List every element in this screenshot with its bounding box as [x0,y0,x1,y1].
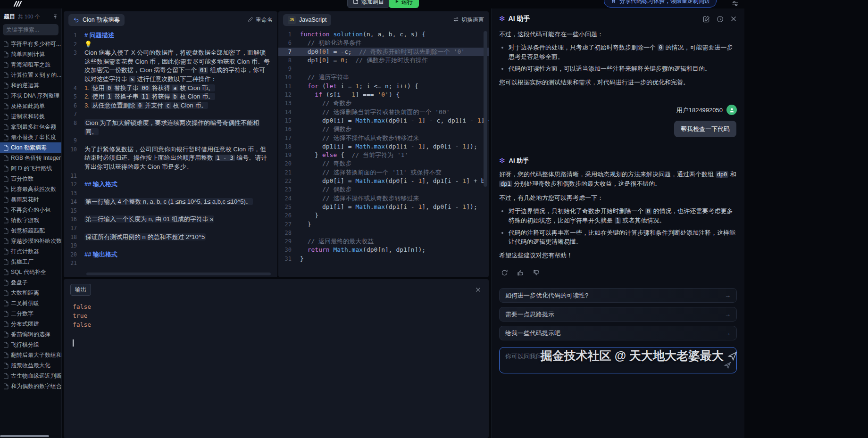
sidebar-item-label: 比赛最高获胜次数 [11,185,56,193]
collapse-sidebar-icon[interactable] [53,14,58,19]
editor-scrollbar[interactable] [484,31,487,187]
sidebar-item[interactable]: 飞行棋分组 [0,339,61,350]
search-box [3,24,58,35]
sidebar-item[interactable]: 猜数字游戏 [0,215,61,225]
problem-line: 11 [64,172,275,181]
thumbs-up-icon[interactable] [515,267,526,278]
sidebar-item-label: 简单四则计算 [11,50,45,58]
problem-line: 18保证所有测试用例的 n 的总和不超过 2*10^5 [64,233,275,242]
sidebar-item[interactable]: 叠盘子 [0,277,61,288]
sidebar-item[interactable]: 字符串有多少种可... [0,39,61,49]
problem-horizontal-scrollbar[interactable] [86,273,271,275]
thumbs-down-icon[interactable] [531,267,542,278]
sidebar-item[interactable]: 穿越沙漠的补给次数 [0,236,61,246]
bullet-item: 代码的注释可以再丰富一些，比如在关键的计算步骤和条件判断处添加注释，这样能让代码… [509,228,737,246]
document-icon [3,383,8,389]
arrow-right-icon: → [725,329,731,338]
problem-title: Cion 勒索病毒 [83,16,120,24]
sidebar-item[interactable]: 不再贪心的小包 [0,205,61,215]
sidebar-item[interactable]: 青海湖租车之旅 [0,59,61,70]
code-line: 7 dp0[0] = -c; // 奇数步开始时可以先删除一个 '0' [278,48,489,56]
sidebar-item[interactable]: 百分位数 [0,174,61,184]
close-icon[interactable] [475,287,481,293]
message-paragraph: 好呀，您的代码整体思路清晰，采用动态规划的方法来解决问题，通过两个数组 dp0 … [499,170,737,189]
output-panel: 输出 falsetruefalse [64,279,489,438]
sidebar-item[interactable]: 大数和距离 [0,288,61,298]
line-number: 23 [278,185,300,194]
sidebar-item[interactable]: SQL 代码补全 [0,267,61,277]
problem-line: 7 [64,110,275,119]
code-editor[interactable]: 1function solution(n, a, b, c, s) {6💡 //… [278,30,489,277]
sidebar-item[interactable]: 分布式团建 [0,319,61,329]
chat-input-box [499,347,737,373]
code-line: 9 [278,65,489,73]
settings-sliders-icon[interactable] [732,0,739,9]
code-line: 26 } [278,211,489,220]
document-icon [3,300,8,306]
bullet-item: 对于边界条件的处理，只考虑了初始时奇数步删除一个 0 的情况，可能需要进一步思考… [509,43,737,61]
sidebar-item[interactable]: 暴雨梨花针 [0,194,61,205]
suggestion-chip[interactable]: 需要一点思路提示 → [499,307,737,322]
close-icon[interactable] [730,16,737,23]
problem-panel: Cion 勒索病毒 重命名 1# 问题描述2💡3Cion 病毒入侵了 X 公司的… [64,11,277,277]
sidebar-item[interactable]: 打点计数器 [0,246,61,256]
sidebar-item-label: 不再贪心的小包 [11,206,50,214]
sidebar-item[interactable]: 创意标题匹配 [0,225,61,236]
sidebar-item[interactable]: 进制求和转换 [0,111,61,122]
sidebar-item[interactable]: 拿到最多红包金额 [0,122,61,132]
add-problem-button[interactable]: 添加题目 [347,0,390,8]
document-icon [3,228,8,234]
code-line: 31} [278,255,489,263]
sidebar-item[interactable]: 古生物血缘远近判断 [0,371,61,381]
share-campaign-button[interactable]: 分享代码练习体验，领限量定制周边 [604,0,717,8]
sidebar-scrollbar[interactable] [0,435,49,437]
sidebar-item[interactable]: 翻转后最大子数组和 [0,350,61,360]
sidebar-item[interactable]: 二叉树供暖 [0,298,61,308]
switch-language-button[interactable]: 切换语言 [453,16,484,24]
run-button[interactable]: 运行 [389,0,419,8]
code-line: 15 dp0[i] = Math.max(dp0[i - 1] - c, dp1… [278,116,489,125]
search-input[interactable] [6,26,55,33]
ai-panel-header: ✻ AI 助手 [492,8,744,28]
rename-button[interactable]: 重命名 [248,16,273,24]
problem-markdown-editor[interactable]: 1# 问题描述2💡3Cion 病毒入侵了 X 公司的数据库，将硬盘数据全部加密了… [64,30,275,272]
language-tab[interactable]: JS JavaScript [283,14,331,26]
problem-tab[interactable]: Cion 勒索病毒 [68,14,125,26]
document-icon [3,134,8,140]
sidebar-item[interactable]: 和为偶数的数字组合 [0,381,61,391]
sidebar-item[interactable]: 简单四则计算 [0,49,61,59]
send-icon[interactable] [724,361,732,369]
user-message: 用户1824992050 帮我检查一下代码 [499,105,737,137]
document-icon [3,62,8,68]
sidebar-item[interactable]: 阿 D 的飞行路线 [0,163,61,174]
suggestion-chip[interactable]: 如何进一步优化代码的可读性? → [499,288,737,303]
sidebar-item[interactable]: 最小替换子串长度 [0,132,61,142]
sidebar-item[interactable]: 股票收益最大化 [0,360,61,371]
sidebar-item-active[interactable]: Cion 勒索病毒 [0,142,61,153]
sidebar-item[interactable]: 计算位置 x 到 y 的... [0,70,61,80]
new-chat-icon[interactable] [703,16,710,23]
line-number: 26 [278,211,300,220]
suggestion-chip[interactable]: 给我一些代码提示吧 → [499,326,737,340]
sidebar-item[interactable]: 及格如此简单 [0,101,61,111]
sidebar-item-label: 创意标题匹配 [11,227,45,235]
document-icon [3,176,8,182]
assistant-message: ✻ AI 助手 好呀，您的代码整体思路清晰，采用动态规划的方法来解决问题，通过两… [499,156,737,278]
regenerate-icon[interactable] [499,267,509,278]
line-number: 17 [278,134,300,142]
problem-line: 17 [64,224,275,233]
document-icon [3,363,8,369]
sidebar-item[interactable]: 番茄编辑的选择 [0,329,61,339]
sidebar-item[interactable]: 二分数字 [0,308,61,319]
sidebar-item[interactable]: 蛋糕工厂 [0,256,61,267]
sidebar-item[interactable]: 比赛最高获胜次数 [0,184,61,194]
sidebar-item[interactable]: RGB 色值转 Integer [0,153,61,163]
line-number: 9 [278,65,300,73]
chat-input[interactable] [500,347,736,373]
problem-line: 41. 使用 0 替换子串 00 将获得 a 枚 Cion 币。 [64,84,275,93]
code-line: 24 // 选择不操作或从奇数步转移过来 [278,194,489,203]
sidebar-item[interactable]: 环状 DNA 序列整理 [0,91,61,101]
sidebar-item[interactable]: 和的逆运算 [0,80,61,91]
output-tab[interactable]: 输出 [70,284,91,296]
history-icon[interactable] [717,16,724,23]
